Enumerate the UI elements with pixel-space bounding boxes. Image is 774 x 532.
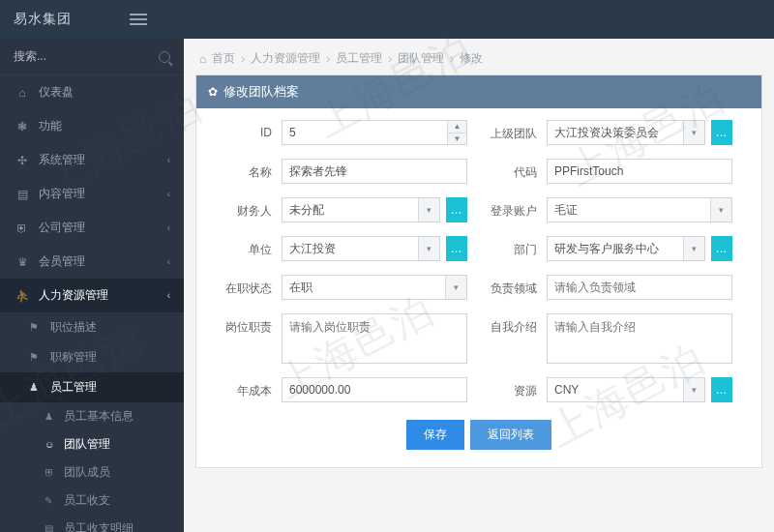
label-name: 名称 [214, 159, 282, 181]
label-cost: 年成本 [214, 377, 282, 399]
nav-jobdesc[interactable]: ⚑职位描述 [0, 312, 184, 342]
chevron-left-icon: ‹ [167, 222, 170, 233]
chevron-left-icon: ‹ [167, 256, 170, 267]
member-icon: ♛ [15, 255, 29, 269]
chevron-left-icon: ‹ [167, 155, 170, 165]
members-icon: ⛨ [45, 467, 56, 478]
flag-icon: ⚑ [29, 351, 43, 364]
label-resource: 资源 [479, 377, 547, 399]
nav-title[interactable]: ⚑职称管理 [0, 342, 184, 372]
label-duty: 岗位职责 [214, 313, 282, 336]
crumb-home[interactable]: 首页 [212, 50, 235, 67]
chevron-left-icon: ‹ [167, 189, 170, 199]
content-icon: ▤ [15, 188, 29, 201]
select-dept[interactable] [547, 236, 705, 261]
func-icon: ❃ [15, 120, 29, 133]
home-icon: ⌂ [199, 52, 206, 66]
chevron-left-icon: ‹ [167, 290, 170, 301]
spinner-icon[interactable]: ▲▼ [447, 121, 466, 144]
lookup-finance-button[interactable]: … [446, 197, 467, 222]
select-resource[interactable] [547, 377, 705, 402]
select-parent[interactable] [547, 120, 705, 145]
gear-icon: ✿ [208, 85, 218, 99]
lookup-resource-button[interactable]: … [711, 377, 732, 402]
form-panel: ✿ 修改团队档案 ID ▲▼ 上级团队 ▾ [195, 74, 762, 468]
crumb-team[interactable]: 团队管理 [398, 50, 444, 67]
flag-icon: ⚑ [29, 321, 43, 334]
input-name[interactable] [282, 159, 467, 184]
team-icon: ☺ [45, 439, 56, 450]
nav-content[interactable]: ▤内容管理‹ [0, 177, 184, 211]
label-selfintro: 自我介绍 [479, 313, 547, 336]
brand: 易水集团 [14, 11, 72, 28]
label-dept: 部门 [479, 236, 547, 258]
company-icon: ⛨ [15, 222, 29, 235]
back-button[interactable]: 返回列表 [470, 420, 551, 450]
input-id[interactable] [282, 120, 467, 145]
search-placeholder: 搜索... [14, 48, 46, 65]
input-domain[interactable] [547, 275, 732, 300]
label-account: 登录账户 [479, 197, 547, 220]
select-status[interactable] [282, 275, 467, 300]
pay-icon: ✎ [45, 495, 56, 506]
user-icon: ♟ [29, 381, 43, 394]
sys-icon: ✣ [15, 154, 29, 167]
lookup-unit-button[interactable]: … [446, 236, 467, 261]
crumb-edit: 修改 [460, 50, 483, 67]
sidebar-search[interactable]: 搜索... [0, 39, 184, 75]
textarea-duty[interactable] [282, 313, 467, 364]
save-button[interactable]: 保存 [406, 420, 464, 450]
label-id: ID [214, 120, 282, 139]
nav-team-member[interactable]: ⛨团队成员 [0, 458, 184, 487]
panel-title: 修改团队档案 [223, 83, 299, 101]
list-icon: ▤ [45, 523, 56, 532]
select-account[interactable] [547, 197, 732, 222]
lookup-parent-button[interactable]: … [711, 120, 732, 145]
textarea-selfintro[interactable] [547, 313, 732, 364]
nav-system[interactable]: ✣系统管理‹ [0, 143, 184, 177]
menu-toggle-icon[interactable] [130, 14, 147, 25]
label-status: 在职状态 [214, 275, 282, 297]
crumb-hr[interactable]: 人力资源管理 [251, 50, 320, 67]
user-icon: ♟ [45, 411, 56, 422]
lookup-dept-button[interactable]: … [711, 236, 732, 261]
select-unit[interactable] [282, 236, 440, 261]
hr-icon: ⛹ [15, 289, 29, 303]
nav-function[interactable]: ❃功能 [0, 109, 184, 143]
nav-emp-pay[interactable]: ✎员工收支 [0, 487, 184, 515]
label-code: 代码 [479, 159, 547, 181]
nav-member[interactable]: ♛会员管理‹ [0, 245, 184, 279]
breadcrumb: ⌂ 首页› 人力资源管理› 员工管理› 团队管理› 修改 [195, 48, 762, 74]
input-cost[interactable] [282, 377, 467, 402]
nav-company[interactable]: ⛨公司管理‹ [0, 211, 184, 245]
nav-team-manage[interactable]: ☺团队管理 [0, 430, 184, 458]
label-domain: 负责领域 [479, 275, 547, 297]
nav-dashboard[interactable]: ⌂仪表盘 [0, 75, 184, 109]
crumb-emp[interactable]: 员工管理 [336, 50, 382, 67]
nav-employee[interactable]: ♟员工管理 [0, 372, 184, 402]
input-code[interactable] [547, 159, 732, 184]
nav-hr[interactable]: ⛹人力资源管理‹ [0, 279, 184, 312]
label-unit: 单位 [214, 236, 282, 258]
select-finance[interactable] [282, 197, 440, 222]
search-icon [159, 51, 170, 63]
panel-header: ✿ 修改团队档案 [196, 75, 761, 108]
nav-emp-pay-detail[interactable]: ▤员工收支明细 [0, 515, 184, 532]
home-icon: ⌂ [15, 86, 29, 100]
nav-emp-basic[interactable]: ♟员工基本信息 [0, 402, 184, 430]
label-finance: 财务人 [214, 197, 282, 220]
label-parent: 上级团队 [479, 120, 547, 142]
topbar: 易水集团 [0, 0, 774, 39]
sidebar: 搜索... ⌂仪表盘 ❃功能 ✣系统管理‹ ▤内容管理‹ ⛨公司管理‹ ♛会员管… [0, 39, 184, 532]
main-content: ⌂ 首页› 人力资源管理› 员工管理› 团队管理› 修改 ✿ 修改团队档案 ID… [184, 39, 774, 532]
